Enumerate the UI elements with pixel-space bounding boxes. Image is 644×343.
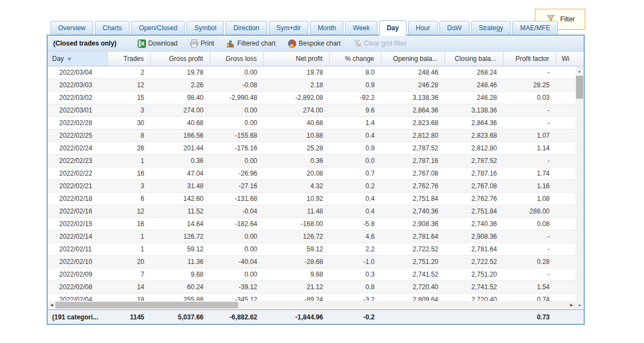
table-cell: 2022/02/28	[48, 117, 108, 129]
tab-open-closed[interactable]: Open/Closed	[131, 21, 185, 35]
table-row[interactable]: 2022/03/021598.40-2,990.48-2,892.08-92.2…	[48, 92, 575, 104]
tab-charts[interactable]: Charts	[95, 21, 129, 35]
table-cell: 0.00	[210, 230, 264, 243]
horizontal-scrollbar[interactable]: ◀ ▶	[48, 301, 575, 310]
table-row[interactable]: 2022/02/11159.120.0059.122.22,722.522,78…	[48, 243, 575, 256]
table-cell: 2,787.16	[381, 155, 445, 167]
table-cell: 2,751.84	[381, 193, 445, 205]
table-cell: 2,823.68	[381, 117, 445, 129]
table-row[interactable]: 2022/02/0418255.88-345.12-89.24-3.22,809…	[48, 294, 575, 301]
tab-week[interactable]: Week	[345, 21, 377, 35]
table-row[interactable]: 2022/03/04219.780.0019.788.0248.46268.24…	[48, 66, 575, 79]
table-cell	[556, 193, 575, 205]
scroll-right-icon[interactable]: ▶	[568, 301, 575, 310]
tab-strategy[interactable]: Strategy	[471, 21, 511, 35]
table-cell: 3,138.36	[445, 104, 504, 116]
filtered-chart-button[interactable]: Filtered chart	[226, 40, 275, 48]
table-cell: 1	[108, 155, 151, 167]
column-header-change[interactable]: % change	[330, 52, 381, 66]
table-cell: 0.00	[210, 104, 264, 116]
table-row[interactable]: 2022/02/081460.24-39.1221.120.82,720.402…	[48, 281, 575, 294]
table-row[interactable]: 2022/02/2310.360.000.360.02,787.162,787.…	[48, 155, 575, 167]
table-cell: 2022/03/03	[48, 79, 108, 91]
table-row[interactable]: 2022/02/102011.36-40.04-28.68-1.02,751.2…	[48, 256, 575, 268]
table-cell: 3	[108, 180, 151, 192]
table-cell: 2,864.36	[381, 104, 445, 116]
column-header-label: Wi	[562, 55, 569, 63]
table-cell	[556, 167, 575, 179]
tab-hour[interactable]: Hour	[408, 21, 438, 35]
table-row[interactable]: 2022/02/0979.680.009.680.32,741.522,751.…	[48, 268, 575, 281]
column-header-trades[interactable]: Trades	[108, 52, 151, 66]
table-cell: 4.32	[264, 180, 330, 192]
table-row[interactable]: 2022/03/03122.26-0.082.180.9246.28248.46…	[48, 79, 575, 92]
table-cell: 2022/02/11	[48, 243, 108, 255]
table-cell	[556, 243, 575, 255]
table-cell: 2,812.80	[381, 130, 445, 142]
table-cell: 2,767.08	[381, 167, 445, 179]
download-button[interactable]: XDownload	[137, 40, 177, 48]
table-row[interactable]: 2022/02/221647.04-26.9620.080.72,767.082…	[48, 167, 575, 180]
tab-direction[interactable]: Direction	[225, 21, 267, 35]
sort-desc-icon	[67, 58, 72, 61]
table-cell: 2,767.08	[445, 180, 504, 192]
table-row[interactable]: 2022/02/2426201.44-176.1625.280.92,787.5…	[48, 142, 575, 155]
column-header-closing-bala[interactable]: Closing bala...	[445, 52, 504, 66]
print-button[interactable]: Print	[190, 40, 214, 48]
scroll-left-icon[interactable]: ◀	[48, 301, 55, 310]
table-cell: 10.88	[264, 130, 330, 142]
table-row[interactable]: 2022/02/258166.56-155.6810.880.42,812.80…	[48, 130, 575, 142]
table-cell	[556, 268, 575, 280]
tab-day[interactable]: Day	[379, 20, 406, 36]
scroll-up-icon[interactable]: ▲	[575, 66, 584, 75]
tab-symbol[interactable]: Symbol	[187, 21, 224, 35]
table-cell: 2,908.36	[381, 218, 445, 230]
table-cell: 60.24	[151, 281, 210, 293]
table-row[interactable]: 2022/02/151614.64-182.64-168.00-5.82,908…	[48, 218, 575, 230]
column-header-net-profit[interactable]: Net profit	[264, 52, 330, 66]
column-header-opening-bala[interactable]: Opening bala...	[381, 52, 445, 66]
table-cell	[556, 218, 575, 230]
table-cell: 2.26	[151, 79, 210, 91]
table-cell: 1.14	[504, 142, 556, 154]
vertical-scroll-thumb[interactable]	[576, 76, 583, 99]
table-cell: -40.04	[210, 256, 264, 268]
column-header-profit-factor[interactable]: Profit factor	[504, 52, 556, 66]
table-row[interactable]: 2022/02/161211.52-0.0411.480.42,740.362,…	[48, 205, 575, 218]
table-cell: 274.00	[151, 104, 210, 116]
table-cell: 2,751.84	[445, 205, 504, 217]
tab-sym-dir[interactable]: Sym+dir	[269, 21, 308, 35]
table-cell: 2,809.64	[381, 294, 445, 301]
table-row[interactable]: 2022/02/186142.60-131.6810.920.42,751.84…	[48, 193, 575, 205]
table-cell: 8	[108, 130, 151, 142]
table-cell: 20.08	[264, 167, 330, 179]
tab-dow[interactable]: DoW	[439, 21, 470, 35]
bespoke-chart-button[interactable]: Bespoke chart	[287, 40, 341, 48]
column-header-day[interactable]: Day	[48, 52, 108, 66]
table-row[interactable]: 2022/02/21331.48-27.164.320.22,762.762,7…	[48, 180, 575, 193]
tab-month[interactable]: Month	[310, 21, 343, 35]
printer-icon	[190, 40, 199, 48]
table-cell: 2022/02/23	[48, 155, 108, 167]
table-row[interactable]: 2022/02/283040.680.0040.681.42,823.682,8…	[48, 117, 575, 130]
table-cell: 2,751.20	[381, 256, 445, 268]
column-header-gross-profit[interactable]: Gross profit	[151, 52, 210, 66]
scroll-down-icon[interactable]: ▼	[575, 301, 584, 310]
table-cell: 2,722.52	[445, 256, 504, 268]
table-cell: 18	[108, 294, 151, 301]
horizontal-scroll-thumb[interactable]	[55, 302, 238, 308]
tab-overview[interactable]: Overview	[50, 21, 93, 35]
table-cell: 2,722.52	[381, 243, 445, 255]
table-cell: -0.08	[210, 79, 264, 91]
column-header-gross-loss[interactable]: Gross loss	[210, 52, 264, 66]
table-row[interactable]: 2022/02/141126.720.00126.724.62,781.642,…	[48, 230, 575, 243]
table-cell: -1.0	[330, 256, 381, 268]
table-row[interactable]: 2022/03/013274.000.00274.009.62,864.363,…	[48, 104, 575, 117]
column-header-wi[interactable]: Wi	[556, 52, 584, 66]
vertical-scrollbar[interactable]: ▲ ▼	[575, 66, 584, 310]
table-cell: 2,812.80	[445, 142, 504, 154]
table-cell: -	[504, 66, 556, 78]
tab-mae-mfe[interactable]: MAE/MFE	[512, 21, 558, 35]
table-cell: 2,762.76	[381, 180, 445, 192]
table-cell: 25.28	[264, 142, 330, 154]
